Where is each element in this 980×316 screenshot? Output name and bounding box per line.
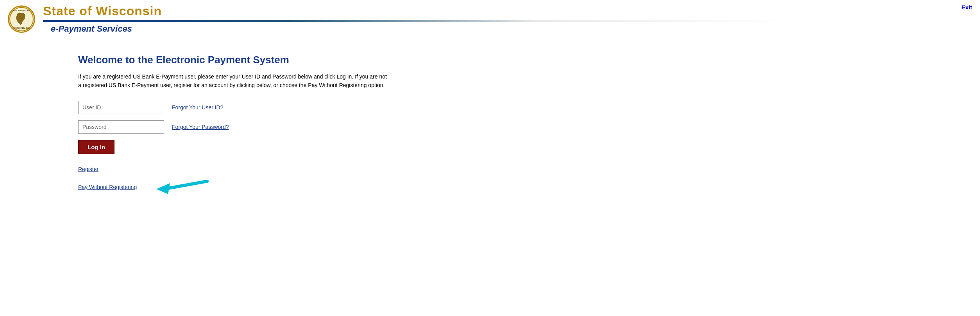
state-title: State of Wisconsin: [43, 4, 972, 18]
header-separator: [0, 38, 980, 38]
svg-line-4: [164, 181, 207, 189]
arrow-graphic: [141, 175, 211, 199]
password-input[interactable]: [78, 120, 164, 134]
wisconsin-logo: WISCONSIN.GOV WISCONSIN.GOV: [8, 5, 35, 33]
page-title: Welcome to the Electronic Payment System: [78, 54, 391, 66]
exit-link[interactable]: Exit: [961, 4, 972, 11]
links-section: Register Pay Without Registering: [78, 166, 391, 199]
login-form: Forgot Your User ID? Forgot Your Passwor…: [78, 101, 391, 162]
title-area: State of Wisconsin e-Payment Services: [43, 4, 972, 34]
userid-row: Forgot Your User ID?: [78, 101, 391, 114]
password-row: Forgot Your Password?: [78, 120, 391, 134]
logo-area: WISCONSIN.GOV WISCONSIN.GOV: [8, 5, 35, 33]
userid-input[interactable]: [78, 101, 164, 114]
forgot-userid-link[interactable]: Forgot Your User ID?: [172, 104, 224, 111]
page-header: WISCONSIN.GOV WISCONSIN.GOV State of Wis…: [0, 0, 980, 34]
divider-bar: [43, 20, 786, 22]
description-text: If you are a registered US Bank E-Paymen…: [78, 72, 391, 90]
svg-marker-5: [156, 183, 170, 194]
svg-text:WISCONSIN.GOV: WISCONSIN.GOV: [13, 9, 30, 12]
svg-text:WISCONSIN.GOV: WISCONSIN.GOV: [13, 27, 30, 29]
main-content: Welcome to the Electronic Payment System…: [0, 42, 469, 214]
register-link[interactable]: Register: [78, 166, 391, 172]
pay-without-registering-link[interactable]: Pay Without Registering: [78, 184, 137, 190]
login-button[interactable]: Log In: [78, 140, 114, 154]
forgot-password-link[interactable]: Forgot Your Password?: [172, 124, 229, 130]
subtitle: e-Payment Services: [43, 24, 972, 34]
